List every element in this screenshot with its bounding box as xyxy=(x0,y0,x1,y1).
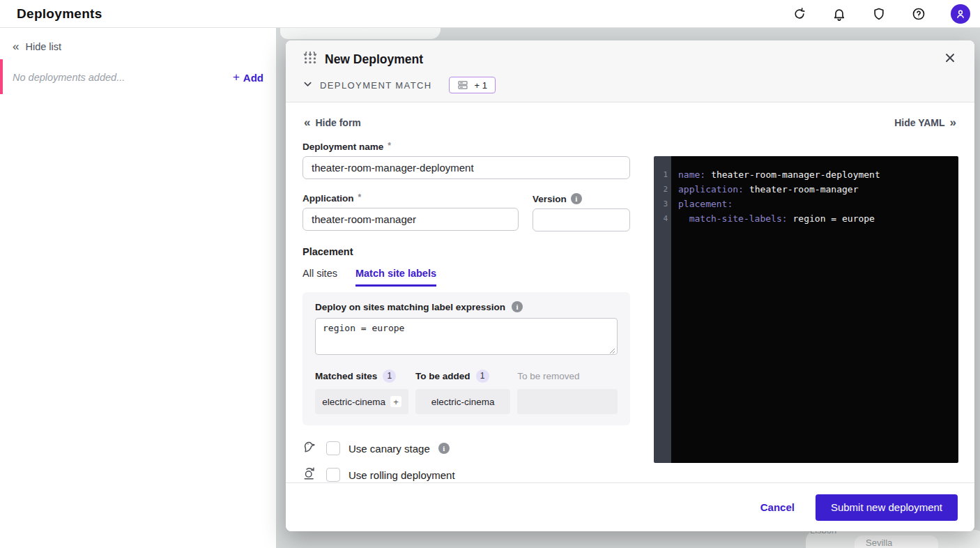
yaml-key: placement: xyxy=(678,199,733,209)
line-number: 3 xyxy=(654,197,671,211)
canary-stage-label: Use canary stage xyxy=(349,443,430,455)
matched-sites-count: 1 xyxy=(383,370,396,383)
yaml-code: name:theater-room-manager-deployment app… xyxy=(671,156,958,463)
to-be-removed-empty-box xyxy=(517,389,618,414)
help-icon[interactable] xyxy=(911,6,926,22)
hide-yaml-label: Hide YAML xyxy=(894,117,944,128)
modal-title: New Deployment xyxy=(325,52,423,67)
placement-label: Placement xyxy=(303,246,630,257)
yaml-line-numbers: 1 2 3 4 xyxy=(654,156,671,463)
rolling-deployment-row: Use rolling deployment xyxy=(303,466,630,484)
yaml-value: theater-room-manager-deployment xyxy=(705,169,880,180)
yaml-value: region = europe xyxy=(788,213,875,224)
to-be-added-chip: electric-cinema xyxy=(415,389,510,414)
yaml-value xyxy=(733,199,738,209)
account-avatar[interactable] xyxy=(951,4,970,24)
topbar-icons xyxy=(792,4,970,24)
site-name: electric-cinema xyxy=(322,397,385,407)
canary-bird-icon xyxy=(303,439,318,457)
matched-sites-column: Matched sites 1 electric-cinema + xyxy=(315,369,408,414)
yaml-key: application: xyxy=(678,184,744,195)
sidebar-accent-strip xyxy=(0,59,3,94)
label-expression-title: Deploy on sites matching label expressio… xyxy=(315,302,505,312)
line-number: 4 xyxy=(654,211,671,226)
tab-all-sites[interactable]: All sites xyxy=(303,268,337,287)
badge-count: + 1 xyxy=(475,80,487,91)
placement-tabs: All sites Match site labels xyxy=(303,268,630,287)
cancel-button[interactable]: Cancel xyxy=(760,501,795,513)
refresh-icon[interactable] xyxy=(792,6,807,22)
deployment-name-label: Deployment name xyxy=(303,142,383,152)
line-number: 1 xyxy=(654,167,671,182)
new-deployment-modal: New Deployment DEPLOYMENT MATCH + 1 xyxy=(286,40,974,531)
sidebar-empty-row: No deployments added... + Add xyxy=(0,70,276,84)
tab-match-site-labels[interactable]: Match site labels xyxy=(355,268,436,287)
info-icon[interactable]: i xyxy=(512,301,523,312)
map-landmass xyxy=(360,28,401,35)
plus-icon: + xyxy=(233,70,240,84)
to-be-added-count: 1 xyxy=(476,370,489,383)
to-be-removed-label: To be removed xyxy=(517,371,579,381)
notifications-icon[interactable] xyxy=(832,6,847,22)
map-label-sevilla: Sevilla xyxy=(866,538,892,548)
to-be-added-label: To be added xyxy=(415,371,470,381)
submit-new-deployment-button[interactable]: Submit new deployment xyxy=(816,494,958,521)
required-asterisk: * xyxy=(388,141,391,151)
label-expression-textarea[interactable]: region = europe xyxy=(315,318,618,355)
rolling-deployment-label: Use rolling deployment xyxy=(349,469,455,481)
site-name: electric-cinema xyxy=(431,397,495,407)
yaml-key: match-site-labels: xyxy=(678,213,788,224)
rolling-deployment-icon xyxy=(303,466,318,484)
required-asterisk: * xyxy=(358,192,362,202)
deployment-form: Deployment name * Application * Version … xyxy=(303,142,630,492)
canary-stage-row: Use canary stage i xyxy=(303,439,630,457)
hide-form-button[interactable]: « Hide form xyxy=(304,116,361,128)
to-be-added-column: To be added 1 electric-cinema xyxy=(415,369,510,414)
application-input[interactable] xyxy=(303,208,519,231)
info-icon[interactable]: i xyxy=(438,443,450,454)
page-title: Deployments xyxy=(17,6,102,22)
add-label: Add xyxy=(243,72,263,84)
chevron-double-left-icon: « xyxy=(13,40,19,52)
sites-icon xyxy=(457,79,468,91)
add-site-icon[interactable]: + xyxy=(390,396,401,407)
matched-site-chip: electric-cinema + xyxy=(315,389,408,414)
canary-stage-checkbox[interactable] xyxy=(326,441,340,455)
label-expression-panel: Deploy on sites matching label expressio… xyxy=(303,292,630,425)
version-input[interactable] xyxy=(533,208,630,231)
version-label: Version xyxy=(533,194,567,204)
deployment-icon xyxy=(303,50,318,68)
rolling-deployment-checkbox[interactable] xyxy=(326,468,340,482)
resize-handle[interactable] xyxy=(609,348,615,354)
yaml-value: theater-room-manager xyxy=(744,184,859,195)
hide-form-label: Hide form xyxy=(315,117,360,128)
empty-message: No deployments added... xyxy=(13,72,125,83)
matched-sites-label: Matched sites xyxy=(315,371,377,381)
to-be-removed-column: To be removed xyxy=(517,369,618,414)
shield-icon[interactable] xyxy=(871,6,887,22)
deployments-sidebar: « Hide list No deployments added... + Ad… xyxy=(0,28,276,548)
hide-list-button[interactable]: « Hide list xyxy=(0,28,276,52)
topbar: Deployments xyxy=(0,0,980,28)
modal-body: « Hide form Hide YAML » Deployment name … xyxy=(286,102,974,482)
deployment-name-input[interactable] xyxy=(303,156,630,179)
hide-list-label: Hide list xyxy=(25,41,61,52)
modal-header: New Deployment DEPLOYMENT MATCH + 1 xyxy=(286,40,974,102)
hide-yaml-button[interactable]: Hide YAML » xyxy=(894,116,956,128)
close-icon[interactable] xyxy=(942,50,958,66)
chevron-double-right-icon: » xyxy=(950,116,956,128)
yaml-key: name: xyxy=(678,169,705,180)
application-label: Application xyxy=(303,193,354,204)
deployment-match-section-label[interactable]: DEPLOYMENT MATCH xyxy=(320,80,432,91)
deployment-match-badge[interactable]: + 1 xyxy=(449,77,496,93)
chevron-down-icon[interactable] xyxy=(303,79,313,92)
yaml-editor[interactable]: 1 2 3 4 name:theater-room-manager-deploy… xyxy=(654,156,958,463)
info-icon[interactable]: i xyxy=(571,193,582,204)
line-number: 2 xyxy=(654,182,671,197)
chevron-double-left-icon: « xyxy=(304,116,310,128)
add-deployment-button[interactable]: + Add xyxy=(233,70,263,84)
